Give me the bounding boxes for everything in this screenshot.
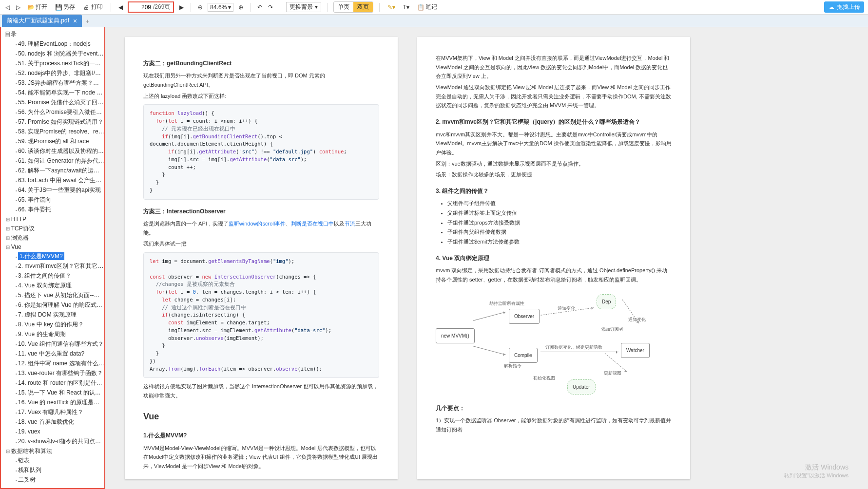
toc-item[interactable]: 6. 你是如何理解 Vue 的响应式系统的 [1, 301, 104, 310]
toc-item[interactable]: 52. nodejs中的异步、非阻塞I/O是如何 [1, 69, 104, 78]
toc-item[interactable]: 50. nodejs 和 浏览器关于eventLoop的 [1, 49, 104, 59]
toc-item[interactable]: HTTP [1, 215, 104, 224]
zoom-select[interactable]: 84.6% ▾ [208, 3, 233, 12]
toc-item[interactable]: 20. v-show和v-if指令的共同点和不同 [1, 437, 104, 447]
toc-item[interactable]: 56. 为什么Promise要引入微任务？ [1, 108, 104, 117]
toc-item[interactable]: 栈和队列 [1, 466, 104, 475]
toc-item[interactable]: 66. 事件委托 [1, 205, 104, 215]
background-select[interactable]: 更换背景 ▾ [286, 2, 321, 12]
upload-button[interactable]: ☁拖拽上传 [824, 1, 864, 13]
diagram-node: new MVVM() [436, 328, 475, 343]
toc-item[interactable]: 18. vue 首屏加载优化 [1, 417, 104, 427]
paragraph: 1）实现一个数据监听器 Observer，能够对数据对象的所有属性进行监听，如有… [436, 416, 672, 434]
toc-item[interactable]: 62. 解释一下async/await的运行机制。 [1, 166, 104, 176]
toc-item[interactable]: 12. 组件中写 name 选项有什么作用？ [1, 359, 104, 369]
paragraph: mvc和mvvm其实区别并不大。都是一种设计思想。主要就是mvc中Control… [436, 130, 672, 157]
main-area: 目录 49. 理解EventLoop：nodejs50. nodejs 和 浏览… [0, 27, 868, 489]
toc-item[interactable]: 二叉树 [1, 475, 104, 485]
separator [191, 3, 191, 12]
back-icon[interactable]: ◁ [4, 4, 11, 11]
separator [379, 3, 380, 12]
single-page-button[interactable]: 单页 [334, 2, 353, 12]
toc-item[interactable]: 8. Vue 中 key 值的作用？ [1, 320, 104, 330]
section-heading: 方案三：IntersectionObserver [143, 207, 379, 216]
toc-item[interactable]: 5. 描述下 vue 从初始化页面--修改数据 [1, 291, 104, 301]
paragraph: 区别：vue数据驱动，通过数据来显示视图层而不是节点操作。 [436, 159, 672, 169]
paragraph: 我们来具体试一把: [143, 239, 379, 248]
highlight-button[interactable]: ✎▾ [386, 3, 397, 12]
toc-item[interactable]: 链表 [1, 456, 104, 466]
zoom-in-icon[interactable]: ⊕ [237, 4, 244, 11]
toc-item[interactable]: Vue [1, 243, 104, 252]
toc-item[interactable]: 55. Promise 凭借什么消灭了回调地狱 [1, 98, 104, 108]
open-button[interactable]: 📂打开 [25, 2, 49, 12]
toc-item[interactable]: 14. route 和 router 的区别是什么？ [1, 378, 104, 388]
toc-item[interactable]: 3. 组件之间的传值？ [1, 271, 104, 281]
toc-item[interactable]: 13. vue-router 有哪些钩子函数？ [1, 369, 104, 378]
diagram-label: 劫持监听所有属性 [489, 300, 524, 307]
toc-item[interactable]: 54. 能不能简单实现一下 node 中回调 [1, 88, 104, 98]
list-item: 子组件通过props方法接受数据 [447, 218, 672, 227]
toc-item[interactable]: 63. forEach 中用 await 会产生什么问 [1, 176, 104, 186]
toc-item[interactable]: 7. 虚拟 DOM 实现原理 [1, 310, 104, 320]
toc-item[interactable]: 58. 实现Promise的 resolve、reject 和 [1, 127, 104, 137]
page-input[interactable] [132, 4, 151, 11]
toc-item[interactable]: 64. 关于JS中一些重要的api实现 [1, 186, 104, 195]
toc-item[interactable]: 17. Vuex 有哪几种属性？ [1, 408, 104, 417]
toc-item[interactable]: 61. 如何让 Generator 的异步代码按顺 [1, 156, 104, 166]
toc-item[interactable]: 10. Vue 组件间通信有哪些方式？ [1, 339, 104, 349]
double-page-button[interactable]: 双页 [353, 2, 373, 12]
next-page-icon[interactable]: ▶ [178, 4, 185, 11]
toc-item[interactable]: 数据结构和算法 [1, 447, 104, 456]
diagram-label: 添加订阅者 [601, 326, 623, 333]
toc-item[interactable]: 57. Promise 如何实现链式调用？ [1, 117, 104, 127]
section-heading: 方案二：getBoundingClientRect [143, 58, 379, 68]
toc-item[interactable]: 60. 谈谈你对生成器以及协程的理解 [1, 147, 104, 156]
toc-item[interactable]: 浏览器 [1, 233, 104, 243]
zoom-out-icon[interactable]: ⊖ [197, 4, 204, 11]
section-heading: 几个要点： [436, 403, 672, 413]
notes-button[interactable]: 📋笔记 [415, 2, 439, 12]
cloud-icon: ☁ [828, 4, 835, 11]
toc-item[interactable]: 16. Vue 的 nextTick 的原理是什么？ [1, 398, 104, 408]
folder-icon: 📂 [27, 4, 34, 11]
paragraph: MVVM是Model-View-ViewModel的缩写。MVVM是一种设计思想… [143, 444, 379, 471]
section-heading: 3. 组件之间的传值？ [436, 186, 672, 196]
code-block: let img = document.getElementsByTagName(… [143, 252, 379, 378]
toc-item[interactable]: 9. Vue 的生命周期 [1, 330, 104, 339]
toc-item[interactable]: 4. Vue 双向绑定原理 [1, 281, 104, 291]
close-icon[interactable]: × [73, 17, 77, 25]
toc-item[interactable]: 53. JS异步编程有哪些方案？为什么会 [1, 78, 104, 88]
toc-item[interactable]: 2. mvvm和mvc区别？它和其它框架（ [1, 262, 104, 271]
toc-item[interactable]: TCP协议 [1, 224, 104, 233]
main-toolbar: ◁ ▷ 📂打开 💾另存 🖨打印 ◀ /269页 ▶ ⊖ 84.6% ▾ ⊕ ↶ … [0, 0, 868, 15]
toc-item[interactable]: 11. vue 中怎么重置 data? [1, 349, 104, 359]
bullet-list: 父组件与子组件传值父组件通过标签上面定义传值子组件通过props方法接受数据子组… [447, 199, 672, 246]
toc-item[interactable]: 49. 理解EventLoop：nodejs [1, 39, 104, 49]
save-as-button[interactable]: 💾另存 [53, 2, 77, 12]
diagram-node: Compile [509, 348, 538, 363]
toc-sidebar: 目录 49. 理解EventLoop：nodejs50. nodejs 和 浏览… [0, 27, 105, 489]
forward-icon[interactable]: ▷ [15, 4, 21, 11]
toc-item[interactable]: 65. 事件流向 [1, 195, 104, 205]
text-button[interactable]: T▾ [401, 3, 411, 12]
paragraph: 这样就很方便地实现了图片懒加载，当然这个 IntersectionObserve… [143, 382, 379, 400]
prev-page-icon[interactable]: ◀ [117, 4, 124, 11]
toc-item[interactable]: 15. 说一下 Vue 和 React 的认识，做一 [1, 388, 104, 398]
page-viewer[interactable]: 方案二：getBoundingClientRect 现在我们用另外一种方式来判断… [105, 27, 868, 489]
chapter-heading: Vue [143, 409, 379, 424]
list-item: 子组件通过$emit方法传递参数 [447, 237, 672, 246]
list-item: 子组件向父组件传递数据 [447, 227, 672, 237]
print-button[interactable]: 🖨打印 [81, 2, 105, 12]
document-tab[interactable]: 前端大厂面试题宝典.pdf × [2, 15, 82, 27]
toc-item[interactable]: 19. vuex [1, 427, 104, 437]
section-heading: 1.什么是MVVM? [143, 431, 379, 440]
undo-icon[interactable]: ↶ [256, 4, 263, 11]
add-tab-button[interactable]: + [82, 16, 93, 27]
toc-item[interactable]: 51. 关于process.nextTick的一点说明 [1, 59, 104, 69]
toc-item[interactable]: 59. 现Promise的 all 和 race [1, 137, 104, 147]
diagram-label: 解析指令 [504, 362, 521, 370]
redo-icon[interactable]: ↷ [267, 4, 274, 11]
toc-item[interactable]: 1.什么是MVVM? [1, 252, 104, 262]
separator [111, 3, 111, 12]
